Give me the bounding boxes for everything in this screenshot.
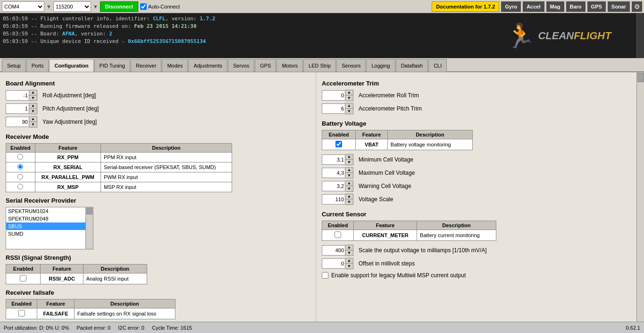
logo-person-icon: 🏃	[506, 22, 535, 50]
gyro-sensor-button[interactable]: Gyro	[501, 1, 521, 12]
yaw-input[interactable]	[6, 117, 29, 127]
accel-pitch-spinners: ▲ ▼	[345, 103, 353, 114]
tab-adjustments[interactable]: Adjustments	[188, 59, 227, 72]
min-cell-up-btn[interactable]: ▲	[345, 154, 353, 160]
scale-up-btn[interactable]: ▲	[345, 245, 353, 250]
tab-motors[interactable]: Motors	[276, 59, 303, 72]
max-cell-input[interactable]	[322, 168, 345, 178]
mag-sensor-button[interactable]: Mag	[546, 1, 564, 12]
roll-down-btn[interactable]: ▼	[29, 95, 37, 101]
accel-pitch-input[interactable]	[322, 103, 345, 114]
log-line-3: 05:03:59 -- Board: AFNA, version: 2	[3, 30, 487, 38]
baro-sensor-button[interactable]: Baro	[566, 1, 585, 12]
yaw-down-btn[interactable]: ▼	[29, 122, 37, 127]
offset-up-btn[interactable]: ▲	[345, 258, 353, 264]
pitch-up-btn[interactable]: ▲	[29, 103, 37, 109]
legacy-msp-checkbox[interactable]	[322, 272, 328, 279]
accel-pitch-up-btn[interactable]: ▲	[345, 103, 353, 109]
list-item[interactable]: SPEKTRUM2048	[6, 215, 85, 222]
current-meter-checkbox[interactable]	[335, 231, 341, 238]
current-header-description: Description	[417, 221, 496, 230]
rx-serial-radio[interactable]	[17, 164, 23, 170]
failsafe-checkbox[interactable]	[18, 310, 25, 316]
pitch-input[interactable]	[6, 103, 29, 114]
max-cell-down-btn[interactable]: ▼	[345, 173, 353, 178]
battery-settings-grid: ▲ ▼ Minimum Cell Voltage ▲ ▼ Maximum Cel…	[322, 154, 510, 205]
accel-roll-input[interactable]	[322, 90, 345, 101]
tab-dataflash[interactable]: Dataflash	[396, 59, 428, 72]
baud-rate-select[interactable]: 115200	[53, 1, 91, 12]
max-cell-spin-wrap: ▲ ▼	[322, 167, 355, 179]
pitch-down-btn[interactable]: ▼	[29, 109, 37, 114]
batt-header-feature: Feature	[356, 130, 387, 139]
table-row: RX_SERIAL Serial-based receiver (SPEKSAT…	[6, 162, 232, 172]
left-panel: Board Alignment ▲ ▼ Roll Adjustment [deg…	[0, 72, 316, 322]
gps-sensor-button[interactable]: GPS	[587, 1, 606, 12]
accel-roll-up-btn[interactable]: ▲	[345, 90, 353, 95]
vbat-checkbox[interactable]	[335, 141, 342, 147]
yaw-label: Yaw Adjustment [deg]	[42, 119, 166, 125]
tab-modes[interactable]: Modes	[162, 59, 188, 72]
tab-configuration[interactable]: Configuration	[49, 59, 93, 72]
scale-input[interactable]	[322, 245, 345, 256]
min-cell-input[interactable]	[322, 154, 345, 165]
max-cell-up-btn[interactable]: ▲	[345, 168, 353, 173]
tab-ports[interactable]: Ports	[26, 59, 49, 72]
rx-ppm-feature: RX_PPM	[35, 153, 100, 162]
yaw-up-btn[interactable]: ▲	[29, 117, 37, 122]
warning-cell-up-btn[interactable]: ▲	[345, 181, 353, 186]
yaw-spinners: ▲ ▼	[29, 116, 37, 128]
tab-pid-tuning[interactable]: PID Tuning	[94, 59, 130, 72]
settings-button[interactable]: ⚙	[632, 1, 642, 12]
log-scrollbar[interactable]	[636, 13, 644, 58]
accel-pitch-down-btn[interactable]: ▼	[345, 109, 353, 114]
voltage-scale-input[interactable]	[322, 194, 345, 205]
tab-led-strip[interactable]: LED Strip	[303, 59, 336, 72]
list-item[interactable]: SPEKTRUM1024	[6, 207, 85, 215]
documentation-button[interactable]: Documentation for 1.7.2	[432, 1, 499, 12]
com-port-select[interactable]: COM4	[2, 1, 44, 12]
disconnect-button[interactable]: Disconnect	[100, 1, 138, 12]
receiver-mode-title: Receiver Mode	[6, 133, 310, 140]
offset-input[interactable]	[322, 258, 345, 269]
tab-sensors[interactable]: Sensors	[336, 59, 366, 72]
tab-setup[interactable]: Setup	[2, 59, 26, 72]
list-item[interactable]: SUMD	[6, 230, 85, 238]
tab-receiver[interactable]: Receiver	[131, 59, 161, 72]
rssi-adc-checkbox[interactable]	[20, 275, 26, 282]
main-scrollbar[interactable]	[636, 72, 644, 322]
list-item[interactable]: SBUS	[6, 222, 85, 230]
voltage-scale-up-btn[interactable]: ▲	[345, 194, 353, 199]
offset-down-btn[interactable]: ▼	[345, 264, 353, 269]
auto-connect-label[interactable]: Auto-Connect	[140, 3, 180, 10]
receiver-table-header-description: Description	[100, 144, 232, 153]
roll-up-btn[interactable]: ▲	[29, 90, 37, 95]
sonar-sensor-button[interactable]: Sonar	[608, 1, 630, 12]
min-cell-down-btn[interactable]: ▼	[345, 160, 353, 165]
tab-logging[interactable]: Logging	[366, 59, 395, 72]
auto-connect-checkbox[interactable]	[140, 3, 147, 10]
min-cell-spinners: ▲ ▼	[345, 154, 353, 165]
rx-pwm-radio[interactable]	[17, 174, 23, 179]
vbat-desc: Battery voltage monitoring	[387, 139, 472, 150]
failsafe-header-enabled: Enabled	[6, 299, 37, 308]
batt-header-enabled: Enabled	[322, 130, 356, 139]
voltage-scale-down-btn[interactable]: ▼	[345, 199, 353, 205]
roll-input[interactable]	[6, 90, 29, 101]
warning-cell-down-btn[interactable]: ▼	[345, 186, 353, 191]
rx-msp-feature: RX_MSP	[35, 182, 100, 192]
log-line-4: 05:03:59 -- Unique device ID received - …	[3, 38, 487, 45]
accel-roll-down-btn[interactable]: ▼	[345, 95, 353, 101]
rx-msp-radio[interactable]	[17, 184, 23, 189]
board-alignment-title: Board Alignment	[6, 80, 310, 87]
accel-sensor-button[interactable]: Accel	[523, 1, 544, 12]
listbox-scrollbar[interactable]	[86, 207, 93, 249]
tab-cli[interactable]: CLI	[428, 59, 447, 72]
rx-serial-desc: Serial-based receiver (SPEKSAT, SBUS, SU…	[100, 162, 232, 172]
tab-gps[interactable]: GPS	[255, 59, 276, 72]
rx-ppm-radio[interactable]	[17, 154, 23, 160]
tab-servos[interactable]: Servos	[228, 59, 254, 72]
warning-cell-input[interactable]	[322, 181, 345, 191]
scale-down-btn[interactable]: ▼	[345, 250, 353, 256]
serial-receiver-listbox[interactable]: SPEKTRUM1024 SPEKTRUM2048 SBUS SUMD	[6, 207, 86, 249]
